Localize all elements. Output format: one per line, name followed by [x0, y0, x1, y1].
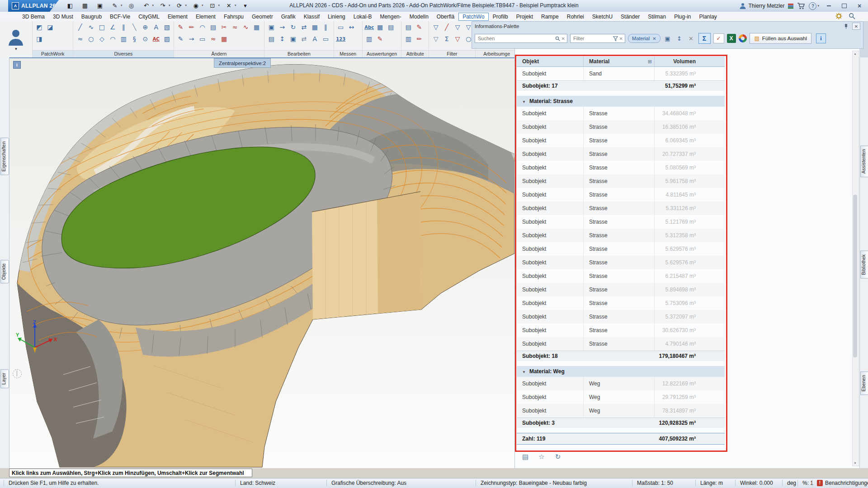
table-row[interactable]: Subobjekt Strasse 20.727337 m³ — [517, 147, 725, 161]
menu-item[interactable]: Geometr — [248, 13, 277, 21]
sum-button[interactable]: Σ — [698, 33, 711, 44]
open-folder-icon[interactable]: ▤ — [520, 452, 530, 462]
modify-grid-icon[interactable]: ▦ — [251, 22, 262, 33]
menu-item[interactable]: Klassif — [300, 13, 324, 21]
table-row[interactable]: Subobjekt Strasse 16.385106 m³ — [517, 120, 725, 134]
filter-edit-icon[interactable]: ▽ — [452, 33, 463, 44]
patchwork-create-icon[interactable]: ◩ — [34, 22, 45, 33]
trim-icon[interactable]: ✂ — [219, 22, 230, 33]
patchwork-modify-icon[interactable]: ◪ — [45, 22, 56, 33]
table-row[interactable]: Subobjekt: 3 120,928325 m³ — [517, 418, 725, 428]
assign-attributes-icon[interactable]: ✏ — [414, 33, 425, 44]
menu-item[interactable]: Rampe — [537, 13, 563, 21]
menu-item[interactable]: Planlay — [695, 13, 721, 21]
report-icon[interactable]: ▦ — [375, 22, 386, 33]
menu-item[interactable]: Mengen- — [376, 13, 405, 21]
rectangle-icon[interactable]: □ — [96, 22, 107, 33]
scrollbar-thumb[interactable] — [853, 195, 857, 357]
table-row[interactable]: Subobjekt Strasse 30.626730 m³ — [517, 324, 725, 337]
fillet-icon[interactable]: ◠ — [197, 22, 208, 33]
move-icon[interactable]: → — [277, 22, 288, 33]
circle-icon[interactable]: ○ — [85, 33, 96, 44]
table-row[interactable]: Subobjekt Weg 12.822169 m³ — [517, 377, 725, 390]
close-button[interactable]: × — [854, 2, 865, 10]
diagonal-line-icon[interactable]: ╲ — [129, 22, 140, 33]
menu-item[interactable]: Rohrlei — [563, 13, 588, 21]
column-header-volumen[interactable]: Volumen — [655, 58, 725, 65]
modify-spline-icon[interactable]: ∿ — [241, 22, 251, 33]
table-row[interactable]: Subobjekt Strasse 5.961758 m³ — [517, 174, 725, 188]
menu-item[interactable]: 3D Bema — [18, 13, 49, 21]
table-row[interactable]: Subobjekt Strasse 5.753096 m³ — [517, 296, 725, 310]
table-row[interactable]: Subobjekt: 17 51,75299 m³ — [517, 80, 725, 91]
help-button[interactable]: ?▾ — [809, 2, 819, 10]
viewport[interactable]: Zentralperspektive:2 i Z X Y — [9, 57, 514, 468]
offset-icon[interactable]: ∥ — [320, 22, 331, 33]
menu-item[interactable]: Lokal-B — [349, 13, 376, 21]
table-row[interactable] — [517, 428, 725, 433]
table-row[interactable]: Subobjekt Strasse 4.790146 m³ — [517, 337, 725, 351]
side-tab[interactable]: Layer — [0, 369, 9, 388]
quick-access-button[interactable]: ↷▾ — [156, 1, 172, 10]
label-icon[interactable]: Abc — [364, 22, 375, 33]
filter-input[interactable] — [572, 35, 612, 42]
table-row[interactable]: Subobjekt Weg 29.791259 m³ — [517, 390, 725, 404]
quick-access-button[interactable]: ◧ — [63, 1, 77, 10]
clear-filter-icon[interactable]: ✕ — [619, 36, 623, 41]
patchwork-list-icon[interactable]: ◨ — [34, 33, 45, 44]
raster-icon[interactable]: ▦ — [219, 33, 230, 44]
menu-item[interactable]: BCF-Vie — [106, 13, 134, 21]
chart-donut-icon[interactable] — [739, 34, 747, 42]
polygon-icon[interactable]: ◇ — [96, 33, 107, 44]
parallel-lines-icon[interactable]: ∥ — [118, 22, 129, 33]
table-row[interactable]: Zahl: 119 407,509232 m³ — [517, 433, 725, 445]
table-header-row[interactable]: Objekt Material⊞ Volumen — [517, 56, 725, 67]
filter-plus-icon[interactable]: ▽ — [452, 22, 463, 33]
list-report-icon[interactable]: ▥ — [364, 33, 375, 44]
quick-access-button[interactable]: ◉▾ — [189, 1, 205, 10]
quick-access-button[interactable]: ⟳▾ — [173, 1, 189, 10]
angle-icon[interactable]: ∠ — [107, 22, 118, 33]
table-row[interactable] — [517, 361, 725, 366]
palette-scrollbar[interactable]: ▲ ▼ — [852, 51, 859, 466]
brush-icon[interactable]: ✎ — [175, 33, 186, 44]
license-list-icon[interactable] — [788, 4, 793, 9]
modify-point-icon[interactable]: ✏ — [186, 22, 197, 33]
menu-item[interactable]: Oberflä — [433, 13, 458, 21]
note-icon[interactable]: ▭ — [197, 33, 208, 44]
group-icon[interactable]: ▣ — [288, 33, 298, 44]
sketch-area-icon[interactable]: ▧ — [161, 22, 172, 33]
menu-item[interactable]: CityGML — [134, 13, 164, 21]
filter-icon[interactable]: ▽ — [430, 22, 441, 33]
table-row[interactable]: Subobjekt Strasse 4.811645 m³ — [517, 188, 725, 202]
table-row[interactable]: Material: Strasse — [517, 96, 725, 107]
array-icon[interactable]: ▦ — [309, 22, 320, 33]
menu-item[interactable]: Profilb — [489, 13, 512, 21]
rotate-icon[interactable]: ↻ — [288, 22, 298, 33]
user-account[interactable]: Thierry Metzler — [739, 2, 784, 9]
measure-distance-icon[interactable]: ↔ — [346, 22, 357, 33]
hatch-icon[interactable]: ▥ — [118, 33, 129, 44]
sort-icon[interactable]: ↕ — [675, 34, 684, 43]
search-icon[interactable] — [849, 13, 855, 19]
menu-item[interactable]: PatchWo — [458, 13, 488, 21]
measure-length-icon[interactable]: ▭ — [335, 22, 346, 33]
menu-item[interactable]: Stilman — [644, 13, 670, 21]
side-tab[interactable]: Eigenschaften — [0, 138, 9, 175]
table-row[interactable]: Subobjekt Strasse 5.372097 m³ — [517, 310, 725, 324]
table-row[interactable]: Subobjekt Strasse 5.121769 m³ — [517, 215, 725, 229]
quick-access-button[interactable]: ✕▾ — [222, 1, 238, 10]
viewport-info-icon[interactable]: i — [13, 61, 21, 69]
table-row[interactable]: Subobjekt Strasse 5.629576 m³ — [517, 256, 725, 269]
quick-access-button[interactable]: ▾ — [239, 1, 253, 10]
quick-access-button[interactable]: ✎▾ — [108, 1, 124, 10]
modify-line-icon[interactable]: ✎ — [175, 22, 186, 33]
column-filter-icon[interactable]: ⊞ — [648, 59, 652, 65]
quick-access-button[interactable]: ▣ — [93, 1, 107, 10]
menu-item[interactable]: Baugrub — [77, 13, 106, 21]
edit-attributes-icon[interactable]: ✎ — [414, 22, 425, 33]
column-header-material[interactable]: Material⊞ — [584, 56, 655, 66]
side-tab[interactable]: Bibliothek — [860, 251, 868, 279]
copy-icon[interactable]: ▣ — [266, 22, 277, 33]
modify-panel-icon[interactable]: ▤ — [208, 22, 219, 33]
